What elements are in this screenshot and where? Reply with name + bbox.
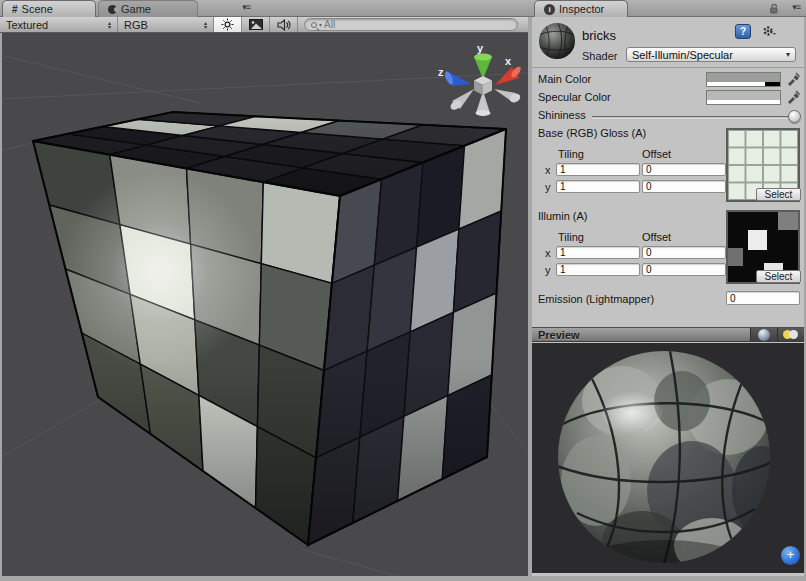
base-offset-label: Offset — [642, 148, 671, 160]
emission-input[interactable] — [726, 291, 800, 305]
base-texture-select-button[interactable]: Select — [756, 188, 801, 201]
shininess-slider[interactable] — [592, 116, 801, 119]
shader-label: Shader — [582, 50, 617, 62]
specular-color-swatch[interactable] — [706, 90, 781, 105]
scene-3d-render: y z x — [2, 33, 528, 576]
shader-value: Self-Illumin/Specular — [632, 49, 733, 61]
main-color-alpha-bar — [707, 82, 780, 86]
preview-sphere — [532, 343, 804, 573]
draw-mode-value: Textured — [6, 19, 48, 31]
illumin-texture-square — [728, 248, 743, 266]
scene-viewport[interactable]: y z x — [2, 33, 528, 576]
base-tiling-label: Tiling — [558, 148, 584, 160]
gizmo-y-label: y — [477, 42, 484, 54]
illumin-texture-square — [778, 212, 798, 230]
base-tiling-y-input[interactable] — [556, 180, 640, 193]
audio-icon — [277, 19, 291, 31]
scene-tabstrip: # Scene Game ▾≡ — [0, 0, 530, 17]
textured-cube[interactable] — [33, 112, 506, 545]
emission-label: Emission (Lightmapper) — [538, 293, 654, 305]
gizmo-x-label: x — [505, 55, 512, 67]
illumin-x-label: x — [545, 247, 551, 259]
illumin-offset-label: Offset — [642, 231, 671, 243]
tab-game-label: Game — [121, 3, 151, 15]
render-mode-value: RGB — [124, 19, 148, 31]
illumin-texture-square — [748, 230, 767, 250]
search-filter-caret-icon: ▾ — [319, 21, 322, 28]
chevron-down-icon: ▾ — [786, 50, 790, 59]
main-color-value — [707, 73, 780, 82]
lock-icon[interactable] — [768, 3, 780, 15]
tab-inspector[interactable]: i Inspector — [534, 0, 628, 17]
illumin-tiling-label: Tiling — [558, 231, 584, 243]
base-tiling-x-input[interactable] — [556, 163, 640, 176]
base-offset-x-input[interactable] — [642, 163, 726, 176]
illumin-y-label: y — [545, 264, 551, 276]
draw-mode-dropdown[interactable]: Textured ▴▾ — [0, 17, 118, 32]
scene-skybox-toggle[interactable] — [242, 17, 270, 32]
material-ball-thumbnail[interactable] — [538, 22, 576, 60]
illumin-tiling-x-input[interactable] — [556, 246, 640, 259]
sun-icon — [221, 18, 234, 31]
shader-dropdown[interactable]: Self-Illumin/Specular ▾ — [626, 47, 796, 62]
game-icon — [108, 5, 117, 14]
help-button[interactable]: ? — [735, 24, 751, 39]
scene-toolbar: Textured ▴▾ RGB ▴▾ ▾ — [0, 17, 528, 33]
specular-color-value — [707, 91, 780, 100]
base-y-label: y — [545, 181, 551, 193]
scene-panel-menu-icon[interactable]: ▾≡ — [242, 2, 250, 12]
preview-area[interactable]: + — [532, 343, 804, 573]
scene-search-field[interactable]: ▾ — [304, 18, 518, 31]
sphere-icon — [758, 329, 770, 341]
gear-menu-button[interactable] — [761, 23, 781, 39]
main-color-swatch[interactable] — [706, 72, 781, 87]
gizmo-z-axis[interactable] — [443, 70, 471, 86]
image-icon — [249, 19, 263, 30]
main-color-label: Main Color — [538, 73, 591, 85]
search-icon — [311, 22, 317, 28]
material-name: bricks — [582, 28, 616, 43]
info-icon: i — [544, 4, 555, 15]
preview-shape-toggle[interactable] — [750, 328, 777, 341]
scene-audio-toggle[interactable] — [270, 17, 298, 32]
preview-header: Preview — [532, 327, 804, 342]
search-input[interactable] — [324, 19, 484, 30]
lights-icon — [783, 330, 799, 340]
illumin-texture-select-button[interactable]: Select — [756, 270, 801, 283]
gizmo-center-cube[interactable] — [474, 76, 492, 95]
unity-editor-window: { "icons": { "scene_glyph": "#", "info_g… — [0, 0, 806, 581]
gear-icon — [761, 24, 777, 38]
scene-icon: # — [12, 4, 18, 15]
dropdown-arrows-icon: ▴▾ — [204, 21, 207, 29]
eyedropper-icon[interactable] — [786, 90, 800, 104]
illumin-tiling-y-input[interactable] — [556, 263, 640, 276]
preview-header-buttons — [750, 328, 804, 341]
inspector-panel-menu-icon[interactable]: ▾≡ — [792, 2, 800, 12]
specular-color-label: Specular Color — [538, 91, 611, 103]
preview-title: Preview — [532, 329, 750, 341]
base-offset-y-input[interactable] — [642, 180, 726, 193]
illumin-texture-label: Illumin (A) — [538, 210, 588, 222]
illumin-offset-y-input[interactable] — [642, 263, 726, 276]
render-mode-dropdown[interactable]: RGB ▴▾ — [118, 17, 214, 32]
specular-color-alpha-bar — [707, 100, 780, 104]
scene-lighting-toggle[interactable] — [214, 17, 242, 32]
inspector-tabstrip: i Inspector ▾≡ — [530, 0, 806, 17]
base-texture-label: Base (RGB) Gloss (A) — [538, 127, 646, 139]
add-preview-button[interactable]: + — [781, 546, 800, 565]
shininess-slider-handle[interactable] — [788, 110, 801, 123]
tab-scene-label: Scene — [22, 3, 53, 15]
gizmo-x-axis[interactable] — [495, 65, 522, 85]
tab-scene[interactable]: # Scene — [2, 0, 96, 17]
preview-lighting-toggle[interactable] — [777, 328, 804, 341]
illumin-offset-x-input[interactable] — [642, 246, 726, 259]
tab-inspector-label: Inspector — [559, 3, 604, 15]
gizmo-z-label: z — [438, 66, 444, 78]
tab-game[interactable]: Game — [98, 0, 198, 17]
dropdown-arrows-icon: ▴▾ — [108, 21, 111, 29]
eyedropper-icon[interactable] — [786, 72, 800, 86]
header-divider — [532, 67, 804, 68]
base-x-label: x — [545, 164, 551, 176]
shininess-label: Shininess — [538, 109, 586, 121]
scene-orientation-gizmo[interactable]: y z x — [438, 42, 522, 116]
